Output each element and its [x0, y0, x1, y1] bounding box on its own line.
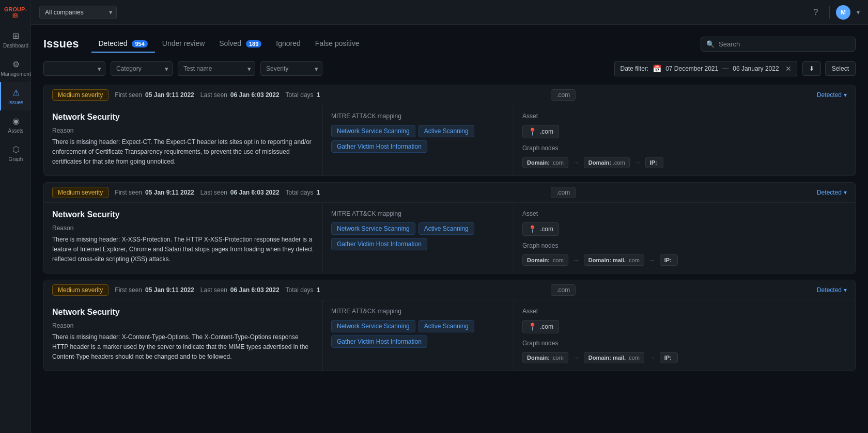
test-name-filter[interactable]: Test name — [178, 61, 255, 76]
tab-false-positive[interactable]: False positive — [308, 35, 367, 53]
graph-icon: ⬡ — [11, 144, 21, 154]
tab-detected[interactable]: Detected 954 — [91, 35, 155, 53]
reason-label: Reason — [52, 322, 314, 329]
date-separator: — — [722, 65, 729, 72]
first-seen-value: 05 Jan 9:11 2022 — [145, 91, 194, 99]
graph-nodes: Domain:.com → Domain: mail..com → IP: — [522, 254, 847, 266]
sidebar-item-dashboard[interactable]: ⊞ Dashboard — [0, 25, 30, 54]
header-meta: First seen 05 Jan 9:11 2022 — [115, 189, 194, 196]
graph-node: Domain:.com — [522, 352, 568, 363]
avatar[interactable]: M — [836, 5, 850, 20]
sidebar-item-management[interactable]: ⚙ Management — [0, 54, 30, 82]
company-select-wrapper[interactable]: All companies — [39, 6, 117, 19]
graph-arrow: → — [572, 158, 580, 167]
issue-status[interactable]: Detected ▾ — [817, 91, 847, 99]
last-seen-meta: Last seen 06 Jan 6:03 2022 — [200, 286, 280, 294]
content-area: Issues Detected 954 Under review Solved … — [31, 25, 868, 433]
search-input[interactable] — [719, 40, 850, 48]
search-box[interactable]: 🔍 — [701, 37, 856, 52]
tab-ignored-label: Ignored — [276, 39, 300, 47]
total-days-label: Total days — [286, 91, 314, 99]
sidebar-label-issues: Issues — [8, 100, 23, 105]
graph-arrow: → — [572, 354, 580, 362]
filter-actions: ⬇ Select — [802, 61, 856, 76]
issue-status[interactable]: Detected ▾ — [817, 286, 847, 294]
tab-under-review[interactable]: Under review — [155, 35, 212, 53]
last-seen-label: Last seen — [200, 286, 227, 294]
issue-status[interactable]: Detected ▾ — [817, 189, 847, 196]
tab-solved[interactable]: Solved 189 — [212, 35, 269, 53]
mitre-tag[interactable]: Gather Victim Host Information — [331, 335, 427, 348]
avatar-dropdown[interactable]: ▾ — [857, 9, 860, 16]
mitre-section: MITRE ATT&CK mapping Network Service Sca… — [323, 105, 514, 175]
logo-text: GROUP-IB — [4, 6, 27, 19]
issue-title: Network Security — [52, 210, 314, 219]
location-icon: 📍 — [528, 225, 537, 233]
download-button[interactable]: ⬇ — [802, 61, 821, 76]
mitre-tag[interactable]: Gather Victim Host Information — [331, 238, 427, 250]
location-icon: 📍 — [528, 127, 537, 136]
sidebar-item-graph[interactable]: ⬡ Graph — [0, 139, 30, 167]
reason-label: Reason — [52, 224, 314, 232]
asset-section: Asset 📍 .com Graph nodes Domain:.com → D… — [514, 300, 855, 371]
sidebar-label-graph: Graph — [9, 156, 23, 162]
asset-value: 📍 .com — [522, 222, 559, 236]
filter1-select[interactable] — [43, 61, 105, 76]
asset-value: 📍 .com — [522, 320, 559, 333]
issue-main: Network Security Reason There is missing… — [44, 300, 323, 371]
tab-false-positive-label: False positive — [315, 39, 360, 47]
graph-nodes: Domain:.com → Domain:.com → IP: — [522, 157, 847, 168]
first-seen-value: 05 Jan 9:11 2022 — [145, 189, 194, 196]
first-seen-label: First seen — [115, 91, 142, 99]
first-seen-label: First seen — [115, 286, 142, 294]
help-icon[interactable]: ? — [809, 5, 823, 20]
mitre-tags: Network Service ScanningActive ScanningG… — [331, 125, 505, 153]
last-seen-meta: Last seen 06 Jan 6:03 2022 — [200, 91, 280, 99]
tab-ignored[interactable]: Ignored — [269, 35, 307, 53]
total-days-label: Total days — [286, 189, 314, 196]
date-filter-label: Date filter: — [620, 65, 648, 72]
mitre-tag[interactable]: Gather Victim Host Information — [331, 140, 427, 153]
mitre-label: MITRE ATT&CK mapping — [331, 210, 505, 217]
mitre-tag[interactable]: Network Service Scanning — [331, 222, 415, 235]
graph-node: IP: — [660, 254, 678, 266]
clear-date-button[interactable]: ✕ — [785, 65, 792, 73]
mitre-tag[interactable]: Network Service Scanning — [331, 125, 415, 137]
mitre-tag[interactable]: Active Scanning — [419, 222, 474, 235]
test-name-filter-wrapper[interactable]: Test name — [178, 61, 255, 76]
asset-tag-header: .com — [551, 89, 576, 101]
graph-arrow: → — [648, 256, 656, 264]
header-meta: First seen 05 Jan 9:11 2022 — [115, 91, 194, 99]
mitre-tag[interactable]: Network Service Scanning — [331, 320, 415, 332]
sidebar-item-issues[interactable]: ⚠ Issues — [0, 82, 30, 110]
main-area: All companies ? M ▾ Issues Detected 954 … — [31, 0, 868, 433]
management-icon: ⚙ — [11, 59, 21, 69]
asset-domain: .com — [540, 226, 553, 233]
severity-badge: Medium severity — [52, 89, 109, 101]
severity-badge: Medium severity — [52, 187, 109, 198]
mitre-tag[interactable]: Active Scanning — [419, 320, 474, 332]
mitre-tag[interactable]: Active Scanning — [419, 125, 474, 137]
filter1-wrapper[interactable] — [43, 61, 105, 76]
asset-label: Asset — [522, 308, 847, 315]
mitre-section: MITRE ATT&CK mapping Network Service Sca… — [323, 203, 514, 273]
first-seen-value: 05 Jan 9:11 2022 — [145, 286, 194, 294]
page-header: Issues Detected 954 Under review Solved … — [43, 35, 856, 53]
issue-card-header: Medium severity First seen 05 Jan 9:11 2… — [44, 280, 855, 300]
select-button[interactable]: Select — [825, 61, 856, 76]
severity-filter[interactable]: Severity — [260, 61, 322, 76]
total-days-value: 1 — [317, 189, 320, 196]
last-seen-value: 06 Jan 6:03 2022 — [230, 189, 280, 196]
last-seen-value: 06 Jan 6:03 2022 — [230, 91, 280, 99]
category-filter[interactable]: Category — [111, 61, 173, 76]
mitre-label: MITRE ATT&CK mapping — [331, 308, 505, 315]
severity-filter-wrapper[interactable]: Severity — [260, 61, 322, 76]
asset-label: Asset — [522, 113, 847, 120]
dashboard-icon: ⊞ — [11, 30, 21, 41]
sidebar-label-management: Management — [1, 71, 30, 77]
category-filter-wrapper[interactable]: Category — [111, 61, 173, 76]
sidebar-item-assets[interactable]: ◉ Assets — [0, 110, 30, 139]
company-select[interactable]: All companies — [39, 6, 117, 19]
search-icon: 🔍 — [706, 40, 715, 48]
tabs: Detected 954 Under review Solved 189 Ign… — [91, 35, 701, 53]
